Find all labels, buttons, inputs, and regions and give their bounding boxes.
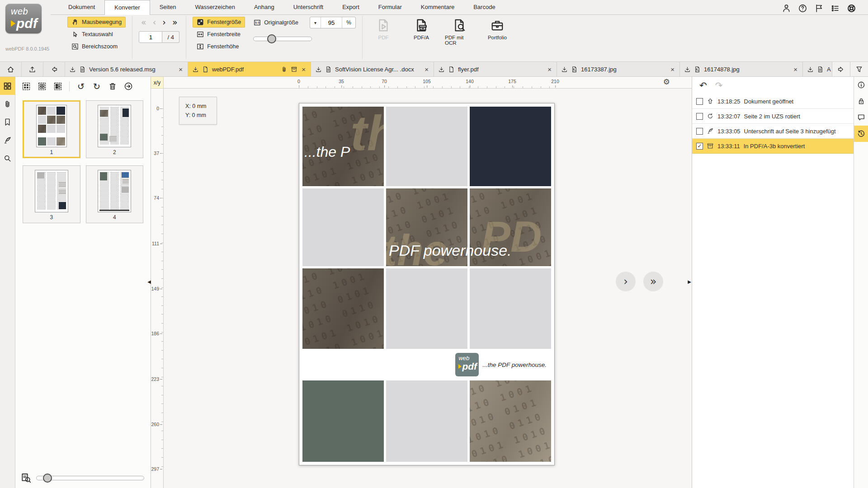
mouse-move-button[interactable]: Mausbewegung — [67, 17, 126, 28]
rotate-ccw-icon[interactable]: ↺ — [76, 82, 85, 91]
history-item[interactable]: 13:32:07 Seite 2 im UZS rotiert — [692, 109, 854, 124]
download-icon[interactable] — [69, 66, 76, 73]
original-size-button[interactable]: 1:1Originalgröße — [250, 17, 302, 28]
next-page-circle-button[interactable]: › — [616, 272, 636, 291]
zoom-dropdown-arrow-icon[interactable]: ▾ — [310, 17, 321, 28]
page-number-label: 4 — [113, 214, 116, 221]
download-icon[interactable] — [807, 66, 814, 73]
doc-tab-jpg1[interactable]: 16173387.jpg × — [557, 62, 680, 76]
prev-page-button[interactable]: ‹ — [153, 18, 156, 27]
menu-tab-kommentare[interactable]: Kommentare — [411, 0, 464, 15]
security-panel-button[interactable] — [854, 93, 868, 109]
menu-tab-barcode[interactable]: Barcode — [464, 0, 505, 15]
list-icon[interactable] — [830, 4, 840, 13]
history-checkbox[interactable] — [696, 98, 703, 105]
doc-tab-jpg2[interactable]: 16174878.jpg × — [680, 62, 803, 76]
menu-tab-wasserzeichen[interactable]: Wasserzeichen — [186, 0, 245, 15]
trash-icon[interactable] — [108, 82, 117, 91]
history-item-selected[interactable]: ✓ 13:33:11 In PDF/A-3b konvertiert — [692, 139, 854, 154]
signature-panel-button[interactable] — [0, 131, 15, 149]
history-item[interactable]: 13:18:25 Dokument geöffnet — [692, 94, 854, 109]
gear-icon[interactable]: ⚙ — [663, 77, 670, 86]
close-icon[interactable]: × — [301, 66, 307, 73]
zoom-value-input[interactable] — [321, 17, 342, 28]
flag-icon[interactable] — [814, 4, 824, 13]
close-icon[interactable]: × — [424, 66, 429, 73]
close-icon[interactable]: × — [547, 66, 552, 73]
history-panel-button[interactable] — [854, 126, 868, 142]
search-panel-button[interactable] — [0, 149, 15, 167]
area-zoom-button[interactable]: Bereichszoom — [67, 41, 126, 52]
menu-tab-konverter[interactable]: Konverter — [104, 0, 150, 15]
expand-panel-handle[interactable]: ▶ — [688, 279, 691, 284]
history-checkbox[interactable] — [696, 113, 703, 120]
back-button[interactable] — [43, 62, 65, 76]
menu-tab-export[interactable]: Export — [333, 0, 369, 15]
page-thumbnail-2[interactable]: 2 — [86, 100, 144, 158]
first-page-button[interactable]: « — [141, 18, 146, 27]
home-button[interactable] — [0, 62, 22, 76]
doc-tab-flyer[interactable]: flyer.pdf × — [434, 62, 557, 76]
user-icon[interactable] — [782, 4, 791, 13]
thumbnail-size-slider[interactable] — [36, 476, 144, 480]
close-icon[interactable]: × — [178, 66, 184, 73]
convert-ocr-button[interactable]: PDF mit OCR — [445, 19, 474, 58]
area-zoom-label: Bereichszoom — [82, 43, 118, 50]
deselect-pages-icon[interactable] — [38, 82, 47, 91]
menu-tab-dokument[interactable]: Dokument — [59, 0, 104, 15]
menu-tab-anhang[interactable]: Anhang — [245, 0, 284, 15]
page-number-input[interactable] — [139, 31, 162, 43]
next-page-button[interactable]: › — [162, 18, 166, 27]
menu-tab-formular[interactable]: Formular — [369, 0, 411, 15]
history-checkbox[interactable] — [696, 128, 703, 135]
extract-pages-icon[interactable] — [124, 82, 133, 91]
close-icon[interactable]: × — [793, 66, 798, 73]
download-icon[interactable] — [684, 66, 691, 73]
archive-icon[interactable] — [291, 66, 297, 73]
download-icon[interactable] — [315, 66, 322, 73]
collapse-panel-handle[interactable]: ◀ — [147, 279, 151, 284]
filter-tabs-button[interactable] — [850, 62, 868, 76]
attachments-panel-button[interactable] — [0, 95, 15, 113]
zoom-slider[interactable] — [253, 37, 312, 41]
doc-tab-docx[interactable]: SoftVision License Agr... .docx × — [311, 62, 434, 76]
page-thumbnail-3[interactable]: 3 — [23, 165, 80, 223]
menu-tab-seiten[interactable]: Seiten — [150, 0, 186, 15]
doc-tab-webpdf[interactable]: webPDF.pdf × — [188, 62, 311, 76]
menu-tab-unterschrift[interactable]: Unterschrift — [284, 0, 333, 15]
page-thumbnail-4[interactable]: 4 — [86, 165, 144, 223]
invert-selection-icon[interactable] — [53, 82, 62, 91]
convert-pdfa-button[interactable]: PDF/A — [407, 19, 436, 58]
history-item[interactable]: 13:33:05 Unterschrift auf Seite 3 hinzug… — [692, 124, 854, 139]
thumbnail-size-knob[interactable] — [43, 474, 52, 483]
convert-portfolio-label: Portfolio — [488, 35, 507, 40]
thumbnails-panel-button[interactable] — [0, 77, 15, 95]
text-select-button[interactable]: Textauswahl — [67, 29, 126, 40]
help-icon[interactable] — [798, 4, 807, 13]
download-icon[interactable] — [438, 66, 445, 73]
scroll-tabs-button[interactable] — [832, 62, 850, 76]
info-panel-button[interactable] — [854, 77, 868, 93]
convert-portfolio-button[interactable]: Portfolio — [483, 19, 512, 58]
paperclip-icon[interactable] — [281, 66, 288, 73]
history-checkbox-checked[interactable]: ✓ — [696, 143, 703, 150]
support-icon[interactable] — [847, 4, 856, 13]
rotate-cw-icon[interactable]: ↻ — [92, 82, 101, 91]
undo-icon[interactable]: ↶ — [699, 80, 707, 91]
doc-tab-msg[interactable]: Version 5.6 released.msg × — [65, 62, 188, 76]
download-icon[interactable] — [561, 66, 568, 73]
select-pages-icon[interactable] — [22, 82, 31, 91]
close-icon[interactable]: × — [670, 66, 675, 73]
last-page-button[interactable]: » — [172, 18, 178, 27]
zoom-slider-knob[interactable] — [267, 34, 276, 43]
comments-panel-button[interactable] — [854, 109, 868, 126]
upload-button[interactable] — [22, 62, 43, 76]
last-page-circle-button[interactable]: » — [643, 272, 663, 291]
download-icon[interactable] — [192, 66, 199, 73]
fit-width-button[interactable]: Fensterbreite — [193, 29, 245, 40]
fit-window-button[interactable]: Fenstergröße — [193, 17, 245, 28]
fit-height-button[interactable]: Fensterhöhe — [193, 41, 245, 52]
bookmarks-panel-button[interactable] — [0, 113, 15, 131]
page-thumbnail-1[interactable]: 1 — [23, 100, 80, 158]
redo-icon[interactable]: ↷ — [715, 80, 723, 91]
